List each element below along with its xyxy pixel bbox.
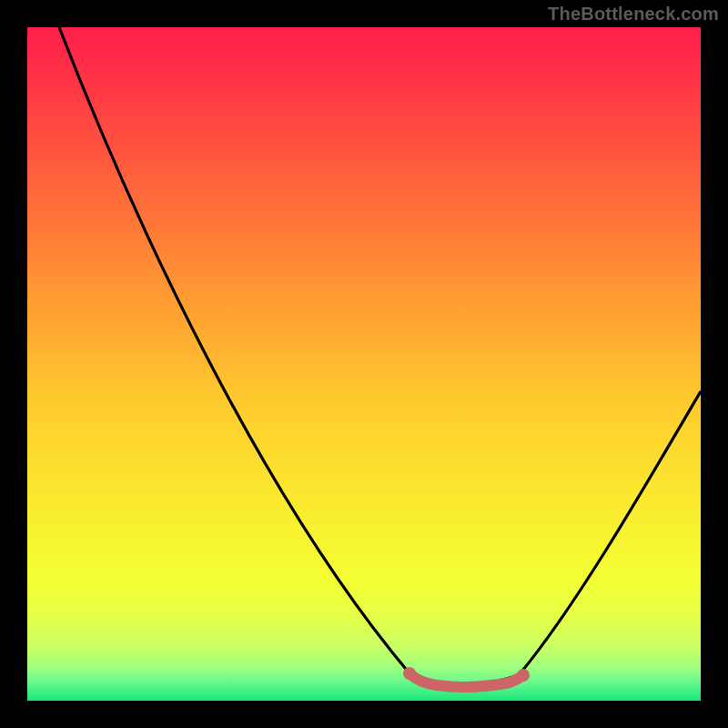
optimal-range-marker (410, 673, 523, 687)
chart-frame: TheBottleneck.com (0, 0, 728, 728)
plot-area (27, 27, 701, 701)
bottleneck-curve (27, 27, 701, 701)
watermark-text: TheBottleneck.com (548, 4, 719, 25)
optimal-end-dot (517, 669, 530, 682)
curve-line (59, 27, 701, 685)
optimal-start-dot (403, 667, 416, 680)
